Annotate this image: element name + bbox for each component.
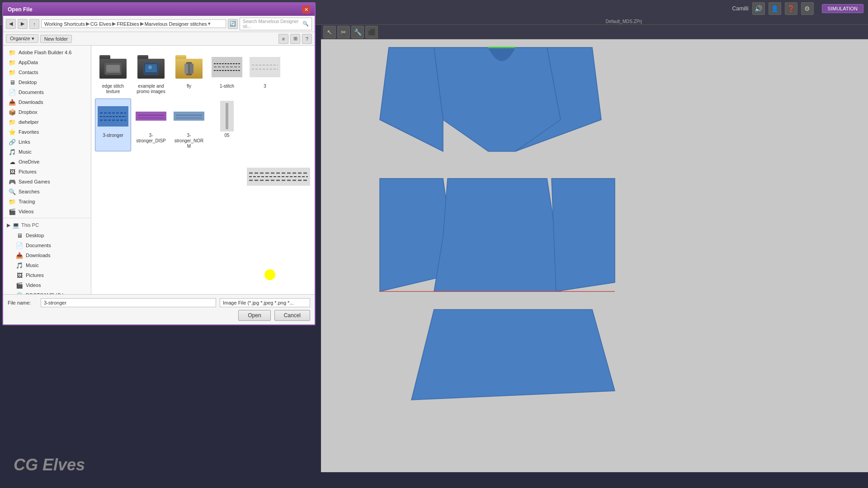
up-button[interactable]: ↑ [29, 19, 39, 29]
view-icon-tile[interactable]: ⊞ [290, 34, 300, 44]
nav-item-documents[interactable]: 📄 Documents [3, 87, 91, 97]
back-button[interactable]: ◀ [6, 19, 16, 29]
search-icon: 🔍 [302, 21, 309, 27]
nav-label-tracing: Tracing [19, 199, 35, 204]
nav-label-appdata: AppData [19, 60, 38, 65]
search-box[interactable]: Search Marvelous Designer sti... 🔍 [240, 18, 312, 30]
path-seg-4: Marvelous Designer stitches [145, 21, 207, 27]
nav-item-links[interactable]: 🔗 Links [3, 137, 91, 147]
nav-icon-dropbox: 📦 [9, 108, 16, 116]
nav-icon-thispc-desktop: 🖥 [16, 232, 23, 239]
svg-rect-3 [106, 65, 120, 73]
help-icon[interactable]: ❓ [785, 2, 797, 15]
path-seg-1: Working Shortcuts [44, 21, 85, 27]
panel-tool-1[interactable]: ↖ [323, 26, 336, 38]
search-placeholder: Search Marvelous Designer sti... [243, 19, 301, 29]
filename-row: File name: Image File (*.jpg *.jpeg *.pn… [8, 298, 310, 307]
forward-button[interactable]: ▶ [18, 19, 28, 29]
settings-icon[interactable]: ⚙ [801, 2, 814, 15]
file-item-example-promo[interactable]: example and promo images [133, 49, 169, 97]
nav-item-dwhelper[interactable]: 📁 dwhelper [3, 117, 91, 127]
help-dialog-icon[interactable]: ? [302, 34, 312, 44]
nav-icon-searches: 🔍 [9, 188, 16, 195]
file-item-05[interactable]: 05 [209, 99, 245, 151]
stitch-preview-svg [212, 57, 242, 77]
nav-item-onedrive[interactable]: ☁ OneDrive [3, 157, 91, 167]
img-3stronger-svg [98, 106, 128, 127]
nav-item-videos[interactable]: 🎬 Videos [3, 206, 91, 216]
nav-item-tracing[interactable]: 📁 Tracing [3, 197, 91, 206]
dialog-close-button[interactable]: ✕ [302, 5, 310, 14]
nav-item-thispc-desktop[interactable]: 🖥 Desktop [3, 230, 91, 240]
nav-item-pictures[interactable]: 🖼 Pictures [3, 167, 91, 177]
nav-item-dropbox[interactable]: 📦 Dropbox [3, 107, 91, 117]
nav-label-thispc-music: Music [26, 263, 39, 268]
nav-item-appdata[interactable]: 📁 AppData [3, 57, 91, 67]
img-thumb-3stronger-norm [174, 101, 204, 131]
nav-item-thispc-downloads[interactable]: 📥 Downloads [3, 250, 91, 260]
nav-icon-thispc: 💻 [12, 221, 19, 229]
nav-item-thispc-videos[interactable]: 🎬 Videos [3, 280, 91, 290]
volume-icon[interactable]: 🔊 [752, 2, 765, 15]
file-item-3[interactable]: 3 [247, 49, 283, 97]
nav-thispc[interactable]: ▶ 💻 This PC [3, 220, 91, 230]
nav-label-contacts: Contacts [19, 70, 38, 75]
file-item-3stronger-norm[interactable]: 3-stronger_NORM [171, 99, 207, 151]
nav-label-desktop: Desktop [19, 80, 37, 85]
nav-item-thispc-music[interactable]: 🎵 Music [3, 260, 91, 270]
panel-tool-3[interactable]: 🔧 [351, 26, 364, 38]
nav-item-bootcamp[interactable]: 💿 BOOTCAMP (C:) [3, 290, 91, 294]
nav-label-thispc-pictures: Pictures [26, 272, 44, 278]
file-item-1stitch[interactable]: 1-stitch [209, 49, 245, 97]
nav-icon-downloads: 📥 [9, 99, 16, 106]
nav-item-contacts[interactable]: 📁 Contacts [3, 67, 91, 77]
nav-item-favorites[interactable]: ⭐ Favorites [3, 127, 91, 137]
folder-thumb-edge-stitch [98, 52, 128, 82]
address-path[interactable]: Working Shortcuts ▶ CG Elves ▶ FREEbies … [41, 19, 226, 28]
file-item-edge-stitch[interactable]: edge stitch texture [95, 49, 131, 97]
file-item-3stronger[interactable]: 3-stronger [95, 99, 131, 151]
nav-item-downloads[interactable]: 📥 Downloads [3, 97, 91, 107]
svg-point-9 [148, 66, 152, 69]
nav-label-documents: Documents [19, 89, 44, 95]
user-name: Camilli [732, 5, 749, 12]
nav-item-desktop[interactable]: 🖥 Desktop [3, 77, 91, 87]
filename-input[interactable] [41, 298, 216, 307]
nav-icon-contacts: 📁 [9, 69, 16, 76]
file-item-fly[interactable]: fly [171, 49, 207, 97]
nav-item-searches[interactable]: 🔍 Searches [3, 187, 91, 197]
nav-icon-music: 🎵 [9, 148, 16, 155]
dialog-content: 📁 Adobe Flash Builder 4.6 📁 AppData 📁 Co… [3, 46, 315, 294]
panel-tool-4[interactable]: ⬛ [365, 26, 378, 38]
file-grid: edge stitch texture [95, 49, 311, 151]
nav-item-adobe[interactable]: 📁 Adobe Flash Builder 4.6 [3, 47, 91, 57]
view-icon-list[interactable]: ≡ [278, 34, 288, 44]
nav-item-thispc-pictures[interactable]: 🖼 Pictures [3, 270, 91, 280]
nav-label-videos: Videos [19, 209, 33, 214]
file-label-3stronger-norm: 3-stronger_NORM [173, 133, 205, 149]
refresh-button[interactable]: 🔄 [228, 19, 238, 29]
filetype-select[interactable]: Image File (*.jpg *.jpeg *.png *... [220, 298, 310, 307]
new-folder-button[interactable]: New folder [40, 35, 72, 43]
nav-item-savedgames[interactable]: 🎮 Saved Games [3, 177, 91, 187]
file-label-edge-stitch: edge stitch texture [97, 84, 129, 94]
file-item-3stronger-disp[interactable]: 3-stronger_DISP [133, 99, 169, 151]
panel-tool-2[interactable]: ✂ [337, 26, 350, 38]
nav-item-thispc-docs[interactable]: 📄 Documents [3, 240, 91, 250]
img-thumb-3stronger-disp [136, 101, 166, 131]
dialog-files-area[interactable]: edge stitch texture [91, 46, 315, 294]
simulation-button[interactable]: SIMULATION [822, 4, 863, 13]
folder-thumb-example-promo [136, 52, 166, 82]
cancel-button[interactable]: Cancel [274, 310, 310, 321]
user-icon[interactable]: 👤 [769, 2, 781, 15]
open-button[interactable]: Open [238, 310, 270, 321]
organize-button[interactable]: Organize ▾ [6, 34, 38, 43]
toolbar-user-area: Camilli 🔊 👤 ❓ ⚙ SIMULATION [732, 2, 863, 15]
folder-icon-fly [175, 55, 203, 79]
img-05-svg [220, 101, 234, 131]
nav-item-music[interactable]: 🎵 Music [3, 147, 91, 157]
img-thumb-1stitch [212, 52, 242, 82]
nav-label-music: Music [19, 149, 32, 155]
nav-label-favorites: Favorites [19, 129, 39, 135]
nav-icon-links: 🔗 [9, 138, 16, 145]
